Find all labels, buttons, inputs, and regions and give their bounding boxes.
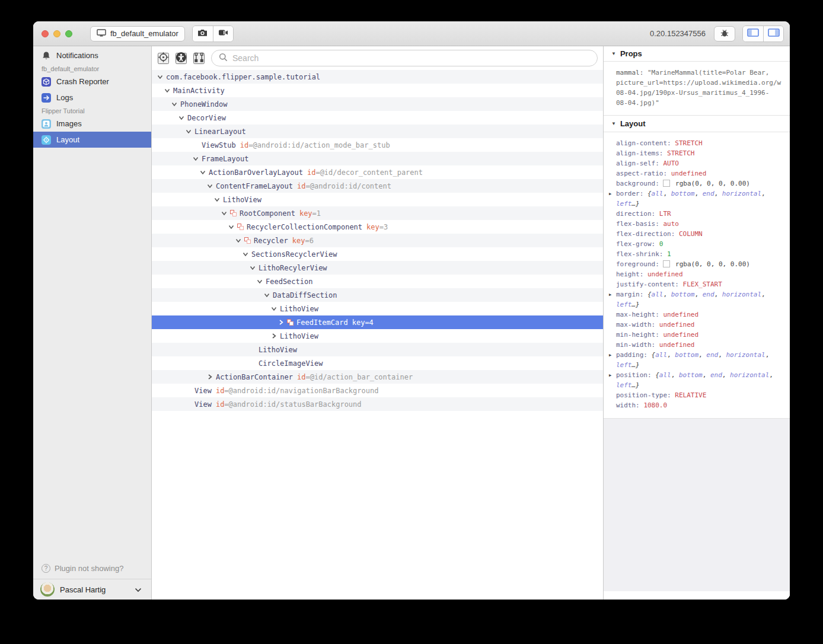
expand-open-icon[interactable]: [186, 128, 194, 135]
layout-section-header[interactable]: ▼ Layout: [604, 116, 790, 132]
layout-prop-row[interactable]: ▶padding: {all, bottom, end, horizontal,…: [604, 350, 790, 370]
expand-open-icon[interactable]: [179, 114, 187, 122]
layout-prop-row[interactable]: foreground: rgba(0, 0, 0, 0.00): [604, 259, 790, 269]
bug-report-button[interactable]: [714, 26, 735, 42]
expand-open-icon[interactable]: [158, 74, 166, 81]
tree-row[interactable]: CircleImageView: [152, 356, 603, 370]
expand-closed-icon[interactable]: [272, 333, 280, 340]
tree-row[interactable]: LithoView: [152, 343, 603, 356]
search-input[interactable]: [232, 53, 590, 63]
tree-row[interactable]: Viewid=@android:id/navigationBarBackgrou…: [152, 384, 603, 397]
tree-row[interactable]: FeedSection: [152, 275, 603, 288]
tree-row[interactable]: MainActivity: [152, 84, 603, 97]
expand-open-icon[interactable]: [272, 305, 280, 313]
screenshot-button[interactable]: [193, 26, 213, 42]
tree-row[interactable]: DataDiffSection: [152, 288, 603, 302]
expand-open-icon[interactable]: [229, 224, 237, 231]
layout-prop-row[interactable]: background: rgba(0, 0, 0, 0.00): [604, 178, 790, 189]
layout-prop-row[interactable]: align-content: STRETCH: [604, 138, 790, 148]
layout-prop-row[interactable]: flex-direction: COLUMN: [604, 229, 790, 239]
layout-prop-row[interactable]: min-width: undefined: [604, 340, 790, 350]
prop-value-line[interactable]: 08-04.jpg)": [616, 98, 783, 108]
layout-prop-row[interactable]: flex-basis: auto: [604, 219, 790, 229]
tree-row[interactable]: ContentFrameLayoutid=@android:id/content: [152, 179, 603, 193]
expand-open-icon[interactable]: [236, 237, 244, 244]
color-swatch[interactable]: [663, 180, 670, 187]
expand-closed-icon[interactable]: ▶: [609, 350, 616, 370]
sidebar-item-images[interactable]: Images: [33, 116, 151, 132]
minimize-button[interactable]: [53, 30, 60, 37]
layout-prop-row[interactable]: position-type: RELATIVE: [604, 390, 790, 400]
layout-prop-row[interactable]: justify-content: FLEX_START: [604, 279, 790, 289]
expand-open-icon[interactable]: [250, 264, 259, 272]
tree-row[interactable]: LithoView: [152, 302, 603, 315]
expand-closed-icon[interactable]: ▶: [609, 370, 616, 390]
layout-prop-row[interactable]: ▶border: {all, bottom, end, horizontal, …: [604, 189, 790, 209]
expand-open-icon[interactable]: [222, 210, 230, 217]
layout-prop-row[interactable]: flex-shrink: 1: [604, 249, 790, 259]
props-section-header[interactable]: ▼ Props: [604, 46, 790, 62]
tree-row[interactable]: RootComponentkey=1: [152, 206, 603, 220]
tree-row[interactable]: RecyclerCollectionComponentkey=3: [152, 220, 603, 234]
sidebar-item-layout[interactable]: Layout: [33, 132, 151, 148]
expand-open-icon[interactable]: [215, 196, 223, 203]
expand-open-icon[interactable]: [243, 251, 251, 258]
tree-row[interactable]: Recyclerkey=6: [152, 234, 603, 247]
expand-open-icon[interactable]: [165, 87, 173, 94]
layout-prop-row[interactable]: max-width: undefined: [604, 320, 790, 330]
tree-row[interactable]: ViewStubid=@android:id/action_mode_bar_s…: [152, 138, 603, 152]
toggle-right-panel-button[interactable]: [763, 26, 783, 42]
sidebar-item-crash-reporter[interactable]: Crash Reporter: [33, 74, 151, 90]
plugin-not-showing-link[interactable]: ? Plugin not showing?: [33, 557, 151, 579]
layout-prop-row[interactable]: aspect-ratio: undefined: [604, 168, 790, 178]
tree-row[interactable]: PhoneWindow: [152, 97, 603, 111]
layout-prop-row[interactable]: ▶margin: {all, bottom, end, horizontal, …: [604, 289, 790, 310]
zoom-button[interactable]: [65, 30, 72, 37]
sidebar-item-logs[interactable]: Logs: [33, 90, 151, 106]
layout-prop-row[interactable]: align-self: AUTO: [604, 158, 790, 168]
props-content[interactable]: mammal: "MarineMammal(title=Polar Bear,p…: [604, 62, 790, 116]
tree-row[interactable]: LinearLayout: [152, 125, 603, 138]
expand-open-icon[interactable]: [200, 169, 209, 176]
tree-row[interactable]: ActionBarContainerid=@id/action_bar_cont…: [152, 370, 603, 384]
tree-row[interactable]: SectionsRecyclerView: [152, 247, 603, 261]
color-swatch[interactable]: [663, 260, 670, 267]
expand-closed-icon[interactable]: [279, 319, 287, 326]
prop-value-line[interactable]: 08-04.jpg/190px-Ursus_maritimus_4_1996-: [616, 88, 783, 98]
accessibility-mode-button[interactable]: [176, 53, 187, 64]
device-selector-button[interactable]: fb_default_emulator: [90, 26, 185, 42]
layout-prop-row[interactable]: align-items: STRETCH: [604, 148, 790, 158]
layout-prop-row[interactable]: max-height: undefined: [604, 310, 790, 320]
expand-open-icon[interactable]: [193, 155, 202, 162]
target-mode-button[interactable]: [158, 53, 169, 64]
tree-row[interactable]: com.facebook.flipper.sample.tutorial: [152, 70, 603, 84]
expand-closed-icon[interactable]: ▶: [609, 289, 616, 310]
tree-row[interactable]: ActionBarOverlayLayoutid=@id/decor_conte…: [152, 165, 603, 179]
tree-row[interactable]: LithoView: [152, 193, 603, 206]
screen-record-button[interactable]: [213, 26, 233, 42]
layout-prop-row[interactable]: min-height: undefined: [604, 330, 790, 340]
expand-closed-icon[interactable]: ▶: [609, 189, 616, 209]
expand-closed-icon[interactable]: [208, 374, 216, 381]
layout-prop-row[interactable]: flex-grow: 0: [604, 239, 790, 249]
tree-row[interactable]: LithoView: [152, 329, 603, 343]
close-button[interactable]: [42, 30, 49, 37]
tree-row[interactable]: FrameLayout: [152, 152, 603, 165]
layout-prop-row[interactable]: ▶position: {all, bottom, end, horizontal…: [604, 370, 790, 390]
tree-row[interactable]: Viewid=@android:id/statusBarBackground: [152, 397, 603, 411]
prop-value-line[interactable]: picture_url=https://upload.wikimedia.org…: [616, 78, 783, 88]
tree-row[interactable]: DecorView: [152, 111, 603, 125]
expand-open-icon[interactable]: [257, 278, 266, 285]
toggle-left-panel-button[interactable]: [743, 26, 763, 42]
expand-open-icon[interactable]: [172, 101, 180, 108]
search-box[interactable]: [211, 50, 598, 66]
expand-open-icon[interactable]: [264, 292, 273, 299]
hierarchy-button[interactable]: [193, 53, 205, 64]
sidebar-item-notifications[interactable]: Notifications: [33, 47, 151, 63]
layout-prop-row[interactable]: direction: LTR: [604, 209, 790, 219]
prop-value-line[interactable]: mammal: "MarineMammal(title=Polar Bear,: [616, 68, 783, 78]
layout-prop-row[interactable]: width: 1080.0: [604, 400, 790, 410]
tree-row[interactable]: LithoRecylerView: [152, 261, 603, 275]
tree-row[interactable]: FeedItemCardkey=4: [152, 315, 603, 329]
layout-prop-row[interactable]: height: undefined: [604, 269, 790, 279]
